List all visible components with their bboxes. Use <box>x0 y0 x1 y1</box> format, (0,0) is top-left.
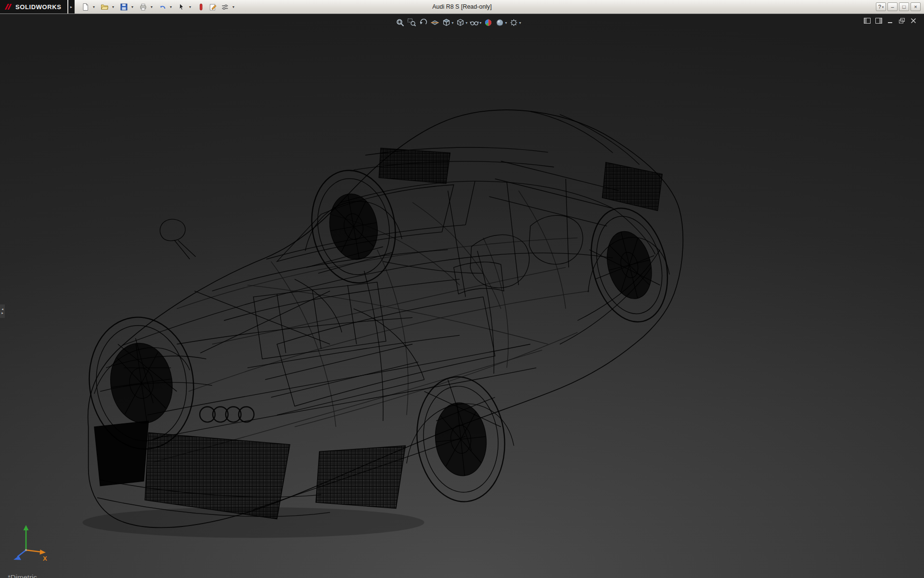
brand-name: SOLIDWORKS <box>15 3 62 11</box>
new-document-button[interactable] <box>79 1 91 13</box>
select-cursor-icon <box>178 3 186 11</box>
options-dropdown[interactable]: ▾ <box>231 1 236 13</box>
open-button[interactable] <box>99 1 111 13</box>
maximize-icon: □ <box>902 4 906 10</box>
restore-document-icon <box>898 17 906 24</box>
view-settings-button[interactable]: ▾ <box>509 17 522 28</box>
view-settings-icon <box>509 18 519 27</box>
minimize-document-button[interactable] <box>886 17 894 24</box>
caret-icon: ▾ <box>232 5 234 9</box>
open-dropdown[interactable]: ▾ <box>111 1 116 13</box>
close-document-icon <box>910 17 917 24</box>
graphics-viewport: ▾ ▾ ▾ <box>0 13 924 578</box>
audi-rings <box>200 407 254 422</box>
document-window-controls <box>863 17 917 24</box>
caret-icon: ▾ <box>170 5 172 9</box>
minimize-document-icon <box>886 17 894 24</box>
new-document-icon <box>81 3 90 11</box>
split-pane-right-icon <box>875 17 883 24</box>
select-button[interactable] <box>176 1 188 13</box>
caret-icon: ▾ <box>519 21 521 25</box>
headsup-view-toolbar: ▾ ▾ ▾ <box>395 17 522 28</box>
caret-icon: ▾ <box>112 5 114 9</box>
split-pane-left-icon <box>863 17 871 24</box>
previous-view-icon <box>419 18 428 27</box>
sketch-icon <box>209 3 217 11</box>
options-button[interactable] <box>219 1 231 13</box>
splitter-left-arrow-icon: ◂ <box>1 307 3 311</box>
caret-icon: ▾ <box>189 5 191 9</box>
split-pane-right-button[interactable] <box>875 17 883 24</box>
caret-icon: ▾ <box>93 5 95 9</box>
triad-x-axis[interactable] <box>40 550 46 555</box>
close-document-button[interactable] <box>910 17 917 24</box>
maximize-button[interactable]: □ <box>899 2 909 11</box>
hide-show-items-button[interactable]: ▾ <box>469 17 482 28</box>
zoom-to-area-button[interactable] <box>407 17 417 28</box>
main-toolbar: ▾ ▾ ▾ ▾ <box>79 1 238 13</box>
restore-document-button[interactable] <box>898 17 906 24</box>
section-view-button[interactable] <box>430 17 440 28</box>
caret-icon: ▾ <box>480 21 482 25</box>
close-button[interactable]: × <box>911 2 921 11</box>
split-pane-left-button[interactable] <box>863 17 871 24</box>
caret-icon: ▾ <box>131 5 133 9</box>
apply-scene-icon <box>495 18 505 27</box>
zoom-to-area-icon <box>407 18 417 27</box>
triad-x-label: X <box>43 555 47 562</box>
edit-appearance-sphere-icon <box>484 18 493 27</box>
feature-tree-splitter[interactable]: ◂ ▸ <box>0 304 5 318</box>
view-orientation-cube-icon <box>442 18 451 27</box>
new-document-dropdown[interactable]: ▾ <box>91 1 97 13</box>
display-style-button[interactable]: ▾ <box>455 17 468 28</box>
help-button[interactable]: ? ▾ <box>876 2 886 11</box>
hide-show-glasses-icon <box>470 18 479 27</box>
help-icon: ? <box>878 4 881 10</box>
caret-icon: ▾ <box>466 21 468 25</box>
orientation-triad[interactable]: X <box>9 521 53 565</box>
save-floppy-icon <box>120 3 128 11</box>
viewport-canvas[interactable] <box>0 13 924 578</box>
save-button[interactable] <box>118 1 130 13</box>
triad-y-axis[interactable] <box>24 525 29 530</box>
appearance-icon <box>197 3 205 11</box>
apply-scene-button[interactable]: ▾ <box>495 17 508 28</box>
menu-expand-arrow[interactable]: ▸ <box>68 0 75 13</box>
splitter-right-arrow-icon: ▸ <box>1 311 3 315</box>
minimize-icon: – <box>891 4 894 10</box>
save-dropdown[interactable]: ▾ <box>130 1 135 13</box>
minimize-button[interactable]: – <box>887 2 898 11</box>
edit-appearance-button[interactable] <box>483 17 494 28</box>
view-orientation-label: *Dimetric <box>8 573 37 578</box>
previous-view-button[interactable] <box>418 17 429 28</box>
print-dropdown[interactable]: ▾ <box>149 1 154 13</box>
rear-left-wheel <box>303 164 404 290</box>
zoom-to-fit-icon <box>396 18 405 27</box>
zoom-to-fit-button[interactable] <box>395 17 406 28</box>
open-folder-icon <box>101 3 109 11</box>
appearance-button[interactable] <box>195 1 207 13</box>
caret-icon: ▾ <box>151 5 153 9</box>
sketch-button[interactable] <box>207 1 219 13</box>
section-view-icon <box>430 18 440 27</box>
caret-icon: ▾ <box>882 5 884 9</box>
solidworks-logo: SOLIDWORKS <box>0 0 67 13</box>
solidworks-logo-icon <box>4 2 13 11</box>
car-wireframe-model <box>81 110 683 538</box>
close-icon: × <box>914 4 917 10</box>
undo-button[interactable] <box>156 1 168 13</box>
undo-dropdown[interactable]: ▾ <box>168 1 174 13</box>
print-button[interactable] <box>137 1 149 13</box>
window-controls: ? ▾ – □ × <box>876 2 924 11</box>
caret-icon: ▾ <box>505 21 507 25</box>
print-icon <box>139 3 147 11</box>
caret-icon: ▾ <box>452 21 454 25</box>
menu-expand-arrow-glyph: ▸ <box>70 5 72 9</box>
titlebar: SOLIDWORKS ▸ ▾ ▾ ▾ <box>0 0 924 14</box>
display-style-icon <box>456 18 465 27</box>
view-orientation-button[interactable]: ▾ <box>441 17 454 28</box>
options-sliders-icon <box>221 3 229 11</box>
undo-arrow-icon <box>158 3 167 11</box>
select-dropdown[interactable]: ▾ <box>188 1 193 13</box>
